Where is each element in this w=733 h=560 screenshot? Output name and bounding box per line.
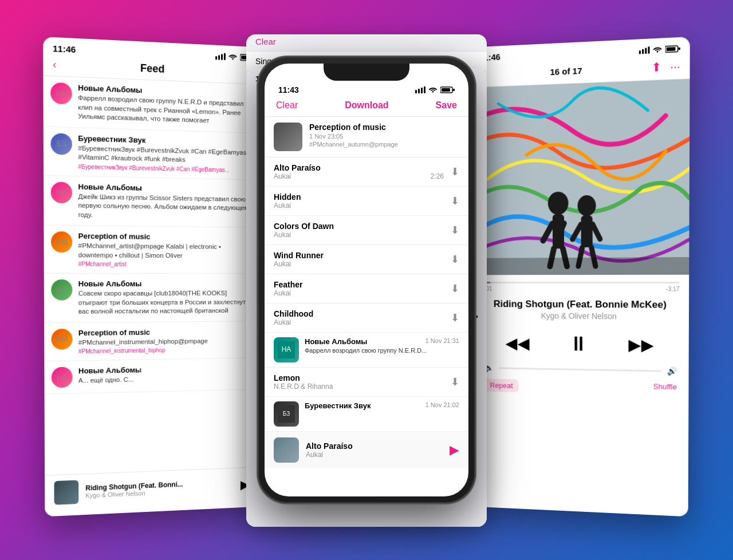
svg-rect-2	[221, 54, 223, 60]
now-playing-info: Riding Shotgun (Feat. Bonnie McKee) Kygo…	[472, 294, 689, 326]
song-row-2[interactable]: Hidden Aukai ⬇	[265, 187, 468, 216]
song-title-lemon: Lemon	[274, 373, 444, 382]
feed-content-3: Новые Альбомы 2h Джейк Шикз из группы Sc…	[78, 182, 255, 222]
left-mini-art	[54, 480, 78, 504]
feed-text-1: Фаррелл возродил свою группу N.E.R.D и п…	[78, 93, 256, 127]
right-more-button[interactable]: ···	[670, 59, 680, 73]
song-download-lemon[interactable]: ⬇	[451, 376, 459, 388]
song-download-5[interactable]: ⬇	[451, 282, 459, 295]
left-time: 11:46	[53, 43, 76, 54]
song-title-1: Alto Paraíso	[274, 163, 444, 172]
notif-name-1: Новые Альбомы	[305, 337, 367, 346]
svg-rect-31	[648, 46, 649, 54]
phone-screen: 11:43 Clear Download Save Perception of …	[265, 64, 468, 496]
svg-text:НА: НА	[282, 345, 291, 353]
song-title-3: Colors Of Dawn	[274, 222, 444, 231]
rewind-button[interactable]: ◀◀	[505, 334, 530, 353]
song-row-6[interactable]: Childhood Aukai ⬇	[265, 303, 468, 333]
svg-rect-15	[476, 316, 478, 318]
song-row-5[interactable]: Feather Aukai ⬇	[265, 274, 468, 303]
feed-text-6: #PMchannel_instrumental_hiphop@pmpage	[78, 336, 254, 347]
song-info-5: Feather Aukai	[274, 280, 444, 297]
feed-hashtag-4: #PMchannel_artist	[78, 261, 254, 268]
right-status-icons	[639, 45, 680, 54]
song-download-2[interactable]: ⬇	[451, 195, 459, 207]
progress-section: 0:01 -3:17	[472, 275, 689, 295]
np-artist: Kygo & Oliver Nelson	[482, 311, 680, 321]
save-button[interactable]: Save	[436, 100, 457, 111]
feed-avatar-5: НА	[51, 279, 72, 301]
center-phone: 11:43 Clear Download Save Perception of …	[258, 57, 475, 503]
song-row-3[interactable]: Colors Of Dawn Aukai ⬇	[265, 216, 468, 245]
middle-clear-btn[interactable]: Clear	[255, 37, 276, 46]
svg-rect-3	[224, 53, 226, 60]
progress-end: -3:17	[666, 286, 680, 292]
notif-info-2: Буревестник Звук 1 Nov 21:02	[305, 401, 459, 427]
notif-info-1: Новые Альбомы 1 Nov 21:31 Фаррелл возрод…	[305, 337, 459, 362]
song-info-2: Hidden Aukai	[274, 192, 444, 210]
feed-avatar-7: НА	[52, 367, 73, 388]
progress-bar-container[interactable]	[481, 282, 679, 283]
feed-avatar-4: PM	[51, 231, 72, 253]
feed-content-1: Новые Альбомы 2h Фаррелл возродил свою г…	[78, 83, 256, 127]
song-title-6: Childhood	[274, 309, 444, 318]
feed-content-2: Буревестник Звук 2h #БуревестникЗвук #Bu…	[78, 133, 255, 173]
repeat-button[interactable]: Repeat	[484, 378, 518, 392]
song-artist-2: Aukai	[274, 202, 291, 210]
svg-rect-49	[472, 257, 689, 275]
svg-point-20	[432, 91, 434, 93]
left-back-button[interactable]: ‹	[53, 58, 56, 71]
song-title-5: Feather	[274, 280, 444, 289]
feed-item-7: НА Новые Альбомы 6h А... ещё одно. С...	[44, 358, 259, 395]
clear-button[interactable]: Clear	[276, 100, 298, 111]
song-info-6: Childhood Aukai	[274, 309, 444, 326]
feed-name-1: Новые Альбомы	[78, 83, 142, 94]
playing-art	[274, 437, 299, 463]
song-row-lemon[interactable]: Lemon N.E.R.D & Rihanna ⬇	[265, 368, 468, 397]
album-art	[470, 79, 689, 275]
left-mini-info: Riding Shotgun (Feat. Bonni... Kygo & Ol…	[85, 478, 234, 499]
notif-art-2: БЗ	[274, 401, 299, 427]
feed-text-5: Совсем скоро красавцы [club18040|THE KOO…	[78, 289, 254, 317]
volume-bar[interactable]	[499, 367, 661, 372]
feed-name-3: Новые Альбомы	[78, 182, 142, 192]
song-download-1[interactable]: ⬇	[451, 165, 459, 178]
feed-item-4: PM Perception of music 3h #PMchannel_art…	[44, 226, 261, 274]
notif-name-2: Буревестник Звук	[305, 401, 371, 410]
feed-content-4: Perception of music 3h #PMchannel_artist…	[78, 232, 255, 268]
svg-rect-19	[424, 86, 425, 93]
feed-text-3: Джейк Шикз из группы Scissor Sisters пре…	[78, 192, 255, 222]
song-duration-1: 2:26	[431, 172, 444, 180]
phone-toolbar: Clear Download Save	[265, 98, 468, 117]
forward-button[interactable]: ▶▶	[629, 335, 655, 354]
song-row-1[interactable]: Alto Paraíso Aukai 2:26 ⬇	[265, 157, 468, 187]
notif-time-2: 1 Nov 21:02	[425, 401, 459, 410]
feed-name-5: Новые Альбомы	[78, 279, 142, 288]
volume-high-icon: 🔊	[667, 366, 677, 376]
shuffle-button[interactable]: Shuffle	[653, 382, 677, 396]
song-download-6[interactable]: ⬇	[451, 311, 459, 324]
right-nav-icons: ⬆ ···	[652, 59, 680, 74]
song-download-3[interactable]: ⬇	[451, 224, 459, 236]
playing-play-button[interactable]: ▶	[450, 443, 459, 458]
channel-art	[274, 123, 302, 151]
download-button[interactable]: Download	[345, 100, 388, 111]
song-download-4[interactable]: ⬇	[451, 253, 459, 266]
phone-time: 11:43	[278, 85, 299, 94]
playing-title: Alto Paraíso	[306, 441, 443, 451]
playing-row[interactable]: Alto Paraíso Aukai ▶	[265, 432, 468, 468]
song-artist-3: Aukai	[274, 231, 291, 239]
notification-row-2: БЗ Буревестник Звук 1 Nov 21:02	[265, 397, 468, 432]
feed-content-6: Perception of music 5h #PMchannel_instru…	[78, 327, 254, 355]
song-row-4[interactable]: Wind Runner Aukai ⬇	[265, 245, 468, 274]
feed-name-6: Perception of music	[78, 328, 150, 337]
notif-text-1: Фаррелл возродил свою группу N.E.R.D...	[305, 346, 459, 354]
channel-header: Perception of music 1 Nov 23:05 #PMchann…	[265, 117, 468, 157]
channel-date: 1 Nov 23:05	[309, 133, 459, 140]
feed-avatar-2: БЗ	[50, 133, 72, 155]
graffiti-background	[470, 79, 689, 275]
pause-button[interactable]: ⏸	[569, 332, 589, 356]
feed-item-1: НА Новые Альбомы 2h Фаррелл возродил сво…	[43, 76, 262, 133]
right-share-button[interactable]: ⬆	[652, 60, 662, 74]
phone-list: Perception of music 1 Nov 23:05 #PMchann…	[265, 117, 468, 481]
